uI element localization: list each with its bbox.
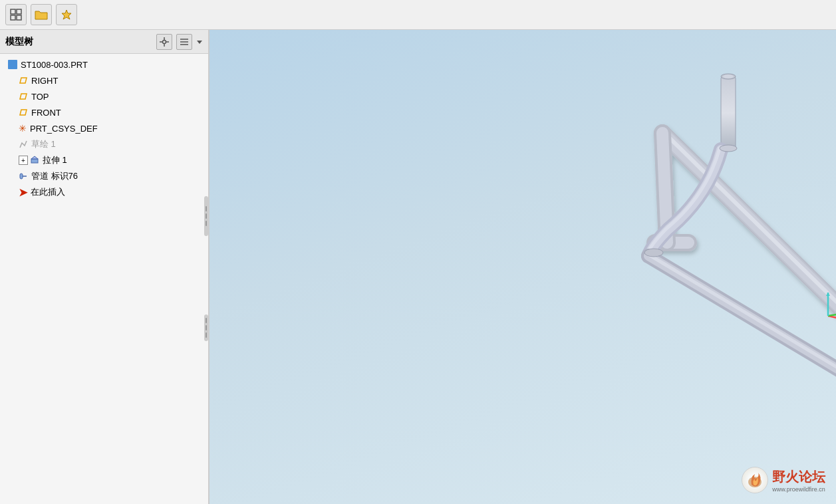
svg-marker-13	[197, 41, 202, 44]
watermark-logo	[742, 467, 768, 493]
svg-line-21	[662, 133, 836, 462]
left-panel: 模型树	[0, 30, 209, 504]
svg-line-24	[661, 130, 836, 459]
tree-item-insert[interactable]: ➤ 在此插入	[0, 184, 208, 200]
plane-top-icon	[19, 92, 28, 100]
svg-marker-16	[20, 110, 27, 115]
svg-rect-19	[20, 174, 23, 179]
pipe-joint-top	[720, 145, 737, 152]
tree-item-extrude[interactable]: + 拉伸 1	[0, 152, 208, 168]
tree-item-front-label: FRONT	[31, 108, 61, 118]
model-svg	[209, 30, 836, 504]
tree-content: ST1008-003.PRT RIGHT TOP	[0, 54, 208, 504]
model-tree-header: 模型树	[0, 30, 208, 54]
model-tree-title: 模型树	[5, 36, 33, 48]
plane-front-icon	[19, 108, 28, 116]
svg-marker-15	[20, 94, 27, 99]
panel-resize-handle[interactable]	[204, 196, 208, 236]
top-toolbar	[0, 0, 836, 30]
tree-item-top[interactable]: TOP	[0, 88, 208, 104]
svg-rect-2	[11, 15, 15, 20]
tree-item-pipe-label: 管道 标识76	[31, 170, 78, 182]
insert-arrow-icon: ➤	[19, 186, 27, 199]
folder-button[interactable]	[31, 4, 52, 25]
svg-marker-18	[31, 156, 38, 159]
panel-resize-handle-2[interactable]	[204, 315, 208, 341]
tree-item-pipe[interactable]: 管道 标识76	[0, 168, 208, 184]
tree-item-insert-label: 在此插入	[31, 186, 65, 198]
tree-item-right[interactable]: RIGHT	[0, 72, 208, 88]
watermark-sub-text: www.proewildfire.cn	[772, 486, 825, 493]
plane-right-icon	[19, 76, 28, 84]
svg-rect-0	[11, 9, 15, 14]
tree-item-extrude-label: 拉伸 1	[43, 154, 67, 166]
svg-line-22	[662, 133, 836, 462]
star-button[interactable]	[56, 4, 77, 25]
csys-icon: ✳	[19, 123, 27, 134]
svg-line-36	[828, 316, 836, 321]
pipe-joint-bend	[644, 249, 663, 257]
sketch-icon	[19, 140, 28, 149]
tree-item-csys[interactable]: ✳ PRT_CSYS_DEF	[0, 120, 208, 136]
tree-list-button[interactable]	[176, 34, 192, 50]
svg-marker-4	[62, 10, 71, 19]
tree-settings-button[interactable]	[156, 34, 172, 50]
pipe-top-stub	[721, 74, 736, 150]
watermark-main-text: 野火论坛	[772, 468, 825, 486]
tree-item-sketch-label: 草绘 1	[31, 138, 56, 150]
svg-marker-14	[20, 78, 27, 83]
svg-point-29	[723, 74, 734, 78]
tree-item-front[interactable]: FRONT	[0, 104, 208, 120]
svg-rect-17	[31, 159, 38, 163]
model-file-icon	[8, 60, 17, 69]
tree-item-sketch[interactable]: 草绘 1	[0, 136, 208, 152]
watermark: 野火论坛 www.proewildfire.cn	[742, 467, 825, 493]
viewport[interactable]: 野火论坛 www.proewildfire.cn	[209, 30, 836, 504]
svg-line-23	[662, 133, 836, 462]
grid-view-button[interactable]	[5, 4, 27, 25]
svg-rect-27	[721, 76, 736, 150]
tree-item-csys-label: PRT_CSYS_DEF	[30, 124, 98, 134]
tree-item-top-label: TOP	[31, 92, 49, 102]
tree-item-root[interactable]: ST1008-003.PRT	[0, 57, 208, 72]
main-layout: 模型树	[0, 30, 836, 504]
extrude-expand-toggle[interactable]: +	[19, 156, 28, 165]
svg-rect-3	[17, 15, 21, 20]
svg-rect-1	[17, 9, 21, 14]
dropdown-chevron-icon[interactable]	[196, 39, 203, 45]
tree-item-root-label: ST1008-003.PRT	[21, 60, 88, 70]
pipe-icon	[19, 172, 28, 181]
extrude-icon	[30, 156, 39, 165]
svg-point-5	[163, 40, 166, 43]
watermark-text: 野火论坛 www.proewildfire.cn	[772, 468, 825, 493]
tree-item-right-label: RIGHT	[31, 76, 58, 86]
